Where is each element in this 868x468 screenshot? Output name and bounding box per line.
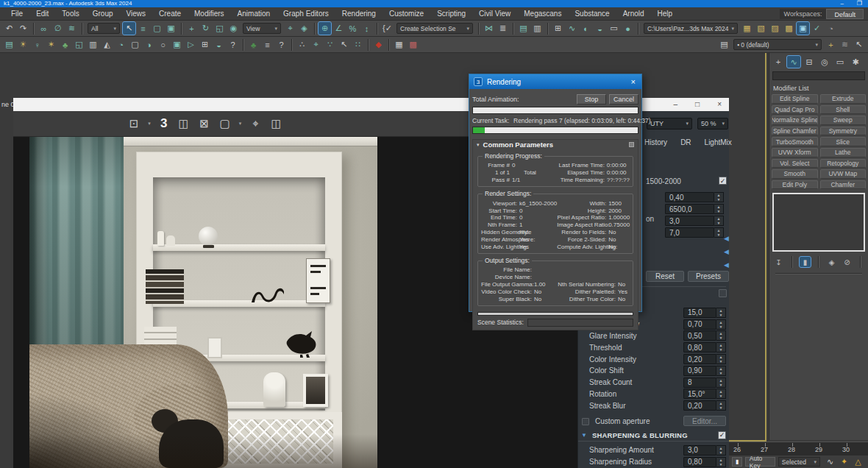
param-value-field[interactable]: 0,20 bbox=[683, 400, 716, 411]
camera-enable-checkbox[interactable]: ✓ bbox=[719, 177, 727, 185]
param-value-field[interactable]: 0,80 bbox=[683, 457, 716, 467]
modifier-button-retopology[interactable]: Retopology bbox=[820, 159, 867, 169]
menu-animation[interactable]: Animation bbox=[231, 7, 277, 21]
menu-create[interactable]: Create bbox=[152, 7, 188, 21]
tab-modify-icon[interactable]: ∿ bbox=[787, 56, 800, 68]
param-value-field[interactable]: 0,90 bbox=[683, 366, 716, 376]
reference-coordinate-dropdown[interactable]: View▾ bbox=[243, 23, 281, 34]
modifier-button-slice[interactable]: Slice bbox=[820, 137, 867, 146]
remove-modifier-icon[interactable]: ⊘ bbox=[842, 257, 853, 267]
select-and-place-icon[interactable]: ◉ bbox=[227, 22, 240, 35]
dialog-close-icon[interactable]: × bbox=[630, 77, 637, 86]
window-crossing-icon[interactable]: ▣ bbox=[165, 22, 177, 35]
toggle-layer-explorer-icon[interactable]: ▤ bbox=[517, 22, 530, 35]
vfb-tab-history[interactable]: History bbox=[644, 138, 667, 146]
render-history-clock-icon[interactable]: ◔ bbox=[825, 22, 837, 35]
layer-dropdown[interactable]: ▪ 0 (default)▾ bbox=[733, 39, 822, 50]
spinner-arrows[interactable]: ▲▼ bbox=[716, 389, 726, 399]
angle-snap-toggle-icon[interactable]: ∠ bbox=[332, 22, 345, 35]
auto-key-button[interactable]: Auto Key bbox=[745, 457, 775, 467]
vfb-tab-dr[interactable]: DR bbox=[680, 138, 691, 146]
save-image-icon[interactable]: ⊡ bbox=[126, 116, 142, 132]
save-defaults-icon[interactable]: ▦ bbox=[393, 38, 405, 51]
mirror-icon[interactable]: ⋈ bbox=[483, 22, 495, 35]
vfb-maximize-button[interactable]: □ bbox=[695, 99, 700, 110]
modifier-button-sweep[interactable]: Sweep bbox=[820, 116, 867, 125]
frame-icon[interactable]: ▣ bbox=[171, 38, 183, 51]
show-end-result-icon[interactable]: ▮ bbox=[800, 257, 811, 267]
reset-button[interactable]: Reset bbox=[646, 271, 684, 282]
param-value-field[interactable]: 0,70 bbox=[683, 319, 716, 330]
project-folder-dropdown[interactable]: C:\Users\Paz...3ds Max 2024▾ bbox=[644, 23, 738, 34]
bind-to-space-warp-icon[interactable]: ≋ bbox=[65, 22, 78, 35]
camera-lister-icon[interactable]: ▤ bbox=[3, 38, 15, 51]
modifier-button-turbosmooth[interactable]: TurboSmooth bbox=[772, 137, 818, 146]
play-icon[interactable]: ▷ bbox=[185, 38, 197, 51]
spinner-arrows[interactable]: ▲▼ bbox=[716, 330, 726, 341]
align-icon[interactable]: ≣ bbox=[497, 22, 509, 35]
history-count[interactable]: 3 bbox=[160, 116, 167, 131]
minimize-button[interactable]: – bbox=[840, 0, 843, 7]
param-value-field[interactable]: 15,0° bbox=[683, 389, 716, 399]
add-layer-icon[interactable]: + bbox=[825, 38, 837, 51]
layer-stack-icon[interactable]: ▤ bbox=[718, 38, 730, 51]
vfb-layer-dropdown[interactable]: UTY▾ bbox=[647, 118, 692, 130]
select-object-icon[interactable]: ↖ bbox=[123, 22, 135, 35]
render-flags-icon[interactable]: ▩ bbox=[783, 22, 795, 35]
compare-split-icon[interactable]: ◫ bbox=[268, 116, 284, 132]
select-by-name-icon[interactable]: ≡ bbox=[137, 22, 149, 35]
modifier-button-vol-select[interactable]: Vol. Select bbox=[772, 159, 818, 169]
modifier-button-lathe[interactable]: Lathe bbox=[820, 148, 867, 157]
spinner-arrows[interactable]: ▲▼ bbox=[716, 457, 726, 467]
selection-set-dropdown[interactable]: Selected▾ bbox=[778, 457, 820, 467]
spinner-arrows[interactable]: ▲▼ bbox=[716, 400, 726, 411]
tab-create-icon[interactable]: + bbox=[772, 56, 785, 68]
vfb-close-button[interactable]: × bbox=[717, 99, 722, 110]
help-circle-icon[interactable]: ? bbox=[275, 38, 288, 51]
modifier-button-uvw-map[interactable]: UVW Map bbox=[820, 169, 867, 179]
rectangular-selection-region-icon[interactable]: ▢ bbox=[151, 22, 163, 35]
spinner-arrows[interactable]: ▲▼ bbox=[716, 319, 726, 330]
spinner-arrows[interactable]: ▲▼ bbox=[714, 227, 724, 238]
menu-file[interactable]: File bbox=[4, 7, 29, 21]
snaps-toggle-icon[interactable]: ⊕ bbox=[319, 22, 331, 35]
spinner-arrows[interactable]: ▲▼ bbox=[714, 204, 724, 214]
layers-icon[interactable]: ≋ bbox=[839, 38, 851, 51]
light-lister-icon[interactable]: ☀ bbox=[17, 38, 29, 51]
menu-rendering[interactable]: Rendering bbox=[335, 7, 383, 21]
aperture-editor-button[interactable]: Editor... bbox=[683, 416, 726, 426]
lamp-icon[interactable]: ◭ bbox=[101, 38, 113, 51]
spinner-arrows[interactable]: ▲▼ bbox=[716, 354, 726, 364]
key-mode-gold-icon[interactable]: △ bbox=[852, 455, 864, 468]
save-dropdown-caret[interactable]: ▾ bbox=[146, 116, 152, 132]
menu-scripting[interactable]: Scripting bbox=[430, 7, 472, 21]
menu-graph-editors[interactable]: Graph Editors bbox=[277, 7, 335, 21]
exposure-spinner-field[interactable]: 6500,0 bbox=[665, 204, 714, 214]
forest-icon[interactable]: ♣ bbox=[247, 38, 260, 51]
menu-civil-view[interactable]: Civil View bbox=[472, 7, 517, 21]
render-production-icon[interactable]: ● bbox=[622, 22, 634, 35]
review-check-icon[interactable]: ✓ bbox=[811, 22, 823, 35]
modifier-button-shell[interactable]: Shell bbox=[820, 105, 867, 115]
edit-named-selection-sets-icon[interactable]: {✓ bbox=[381, 22, 394, 35]
maximize-button[interactable]: ❐ bbox=[857, 0, 862, 7]
target-icon[interactable]: ⌖ bbox=[310, 38, 322, 51]
set-keys-button[interactable]: ▮ bbox=[732, 457, 742, 467]
color-swatch-icon[interactable]: ▩ bbox=[407, 38, 419, 51]
modifier-list-dropdown[interactable]: Modifier List bbox=[769, 82, 868, 94]
vray-menu-icon[interactable]: ◆ bbox=[372, 38, 385, 51]
tab-hierarchy-icon[interactable]: ⊟ bbox=[803, 56, 816, 68]
select-and-link-icon[interactable]: ∞ bbox=[38, 22, 50, 35]
teapot-icon[interactable]: ◒ bbox=[213, 38, 225, 51]
rollout-collapse-icon[interactable]: ▾ bbox=[477, 142, 480, 148]
schematic-view-icon[interactable]: ∿ bbox=[566, 22, 578, 35]
tab-utilities-icon[interactable]: ✱ bbox=[849, 56, 862, 68]
modifier-button-extrude[interactable]: Extrude bbox=[820, 94, 867, 104]
pin-stack-icon[interactable]: ↧ bbox=[773, 257, 784, 267]
menu-modifiers[interactable]: Modifiers bbox=[188, 7, 231, 21]
sharpening-checkbox[interactable]: ✓ bbox=[718, 431, 726, 439]
dots-grid-icon[interactable]: ∷ bbox=[352, 38, 364, 51]
percent-snap-toggle-icon[interactable]: % bbox=[346, 22, 359, 35]
spinner-arrows[interactable]: ▲▼ bbox=[714, 216, 724, 226]
modifier-button-chamfer[interactable]: Chamfer bbox=[820, 180, 867, 190]
